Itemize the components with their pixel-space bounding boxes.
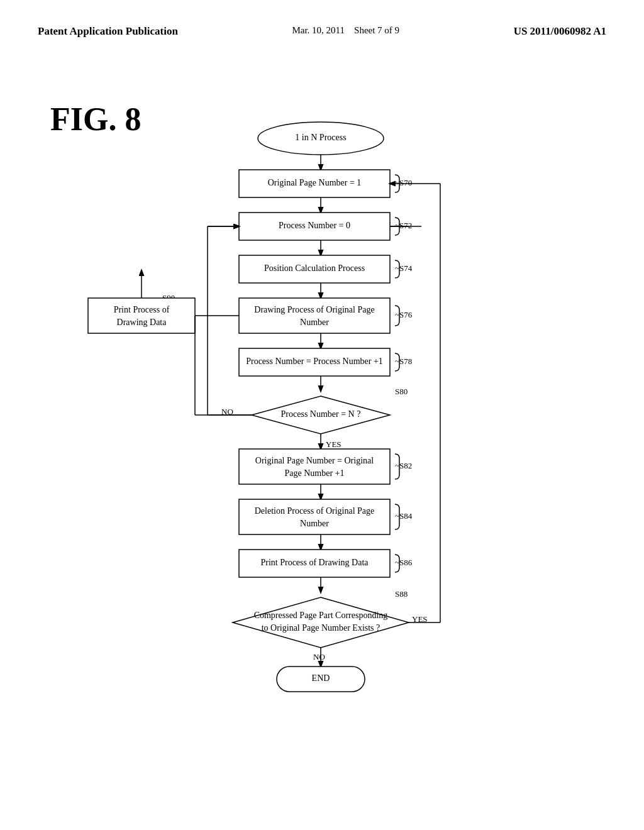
s72-label: ~S72 [395,221,412,230]
flowchart-svg: 1 in N Process Original Page Number = 1 … [50,101,591,792]
s72-node: Process Number = 0 [279,221,350,230]
side-box-line2: Drawing Data [117,318,167,327]
s80-label: S80 [395,387,408,396]
s76-node-line2: Number [300,318,329,327]
yes-label-s80: YES [326,440,341,449]
s78-label: ~S78 [395,357,412,366]
s82-label: ~S82 [395,461,412,470]
page-header: Patent Application Publication Mar. 10, … [0,0,644,50]
header-center: Mar. 10, 2011 Sheet 7 of 9 [292,25,399,36]
s84-label: ~S84 [395,511,413,521]
s88-node-line1: Compressed Page Part Corresponding [254,611,388,620]
s86-node: Print Process of Drawing Data [260,558,369,567]
s82-node-line1: Original Page Number = Original [255,456,374,465]
s82-node-line2: Page Number +1 [285,468,345,478]
s86-label: ~S86 [395,558,413,567]
s88-label: S88 [395,589,408,599]
end-node: END [312,673,330,683]
svg-rect-19 [239,449,390,484]
no-label-s88: NO [313,652,325,661]
s74-label: ~S74 [395,263,413,273]
s70-node: Original Page Number = 1 [268,178,362,187]
s84-node-line2: Number [300,519,329,528]
header-sheet: Sheet 7 of 9 [354,25,399,35]
flowchart: 1 in N Process Original Page Number = 1 … [50,101,591,792]
svg-rect-21 [239,499,390,534]
header-date: Mar. 10, 2011 [292,25,345,35]
side-box-line1: Print Process of [114,305,170,314]
svg-rect-12 [88,298,195,333]
svg-marker-25 [233,597,409,648]
s76-label: ~S76 [395,310,413,319]
s80-node: Process Number = N ? [281,409,361,419]
s70-label: ~S70 [395,178,412,187]
s76-node-line1: Drawing Process of Original Page [254,305,374,314]
s74-node: Position Calculation Process [264,263,365,273]
svg-rect-11 [239,298,390,333]
header-right: US 2011/0060982 A1 [514,25,606,38]
s88-node-line2: to Original Page Number Exists ? [262,623,380,633]
s78-node: Process Number = Process Number +1 [246,357,383,366]
start-node: 1 in N Process [295,133,346,142]
header-left: Patent Application Publication [38,25,178,38]
s84-node-line1: Deletion Process of Original Page [255,506,375,516]
